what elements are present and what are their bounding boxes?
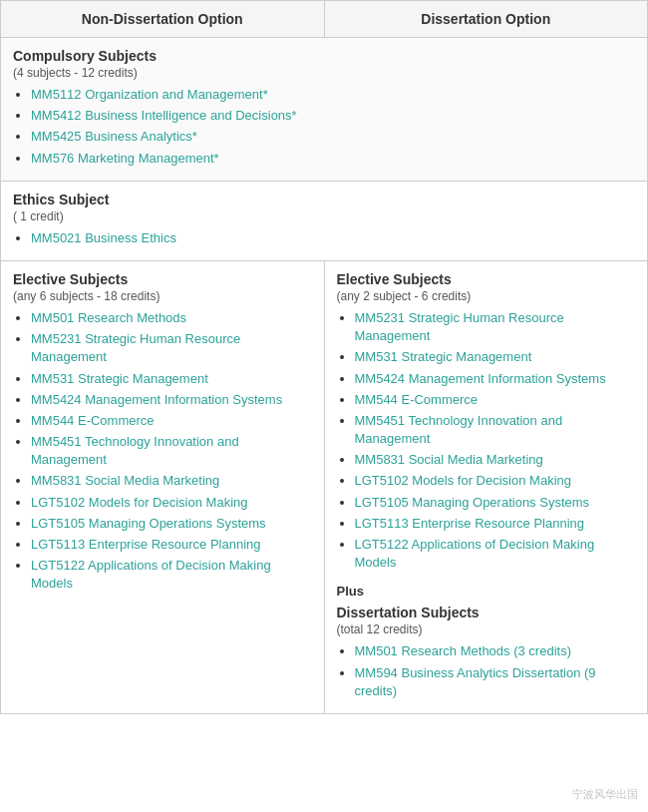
elective-right-title: Elective Subjects [337, 271, 636, 287]
elective-left-link-9[interactable]: LGT5113 Enterprise Resource Planning [31, 537, 261, 552]
list-item: MM531 Strategic Management [31, 370, 312, 388]
dissertation-title: Dissertation Subjects [337, 605, 636, 620]
elective-right-subtitle: (any 2 subject - 6 credits) [337, 289, 636, 303]
list-item: MM501 Research Methods (3 credits) [355, 642, 636, 660]
dissertation-subtitle: (total 12 credits) [337, 622, 636, 636]
elective-right-link-5[interactable]: MM5831 Social Media Marketing [355, 452, 543, 467]
compulsory-link-2[interactable]: MM5412 Business Intelligence and Decisio… [31, 108, 297, 123]
elective-left-link-1[interactable]: MM5231 Strategic Human Resource Manageme… [31, 331, 240, 364]
elective-left-title: Elective Subjects [13, 271, 312, 287]
list-item: MM5831 Social Media Marketing [355, 451, 636, 469]
elective-left-link-10[interactable]: LGT5122 Applications of Decision Making … [31, 558, 271, 591]
elective-right-link-0[interactable]: MM5231 Strategic Human Resource Manageme… [355, 310, 564, 343]
elective-right-link-3[interactable]: MM544 E-Commerce [355, 392, 479, 407]
ethics-title: Ethics Subject [13, 192, 635, 207]
compulsory-title: Compulsory Subjects [13, 48, 635, 64]
elective-left-link-3[interactable]: MM5424 Management Information Systems [31, 392, 282, 407]
elective-left-section: Elective Subjects (any 6 subjects - 18 c… [1, 260, 325, 713]
elective-right-link-7[interactable]: LGT5105 Managing Operations Systems [355, 495, 590, 510]
ethics-row: Ethics Subject ( 1 credit) MM5021 Busine… [1, 181, 648, 260]
list-item: MM5424 Management Information Systems [355, 370, 636, 388]
right-column-header: Dissertation Option [324, 1, 648, 38]
dissertation-link-1[interactable]: MM594 Business Analytics Dissertation (9… [355, 665, 596, 698]
list-item: MM544 E-Commerce [355, 391, 636, 409]
dissertation-link-0[interactable]: MM501 Research Methods (3 credits) [355, 643, 571, 658]
elective-left-subtitle: (any 6 subjects - 18 credits) [13, 289, 312, 303]
list-item: MM5412 Business Intelligence and Decisio… [31, 107, 635, 125]
elective-right-link-6[interactable]: LGT5102 Models for Decision Making [355, 473, 572, 488]
list-item: MM5831 Social Media Marketing [31, 472, 312, 490]
list-item: MM594 Business Analytics Dissertation (9… [355, 664, 636, 700]
list-item: MM5425 Business Analytics* [31, 128, 635, 146]
elective-left-link-6[interactable]: MM5831 Social Media Marketing [31, 473, 219, 488]
list-item: MM501 Research Methods [31, 309, 312, 327]
list-item: LGT5113 Enterprise Resource Planning [355, 515, 636, 533]
elective-left-link-2[interactable]: MM531 Strategic Management [31, 371, 208, 386]
ethics-subtitle: ( 1 credit) [13, 209, 635, 223]
elective-left-list: MM501 Research Methods MM5231 Strategic … [31, 309, 312, 594]
elective-right-link-2[interactable]: MM5424 Management Information Systems [355, 371, 606, 386]
elective-right-link-1[interactable]: MM531 Strategic Management [355, 349, 532, 364]
list-item: LGT5102 Models for Decision Making [355, 472, 636, 490]
list-item: MM576 Marketing Management* [31, 150, 635, 168]
list-item: MM5451 Technology Innovation and Managem… [355, 412, 636, 448]
ethics-list: MM5021 Business Ethics [31, 229, 635, 247]
compulsory-section: Compulsory Subjects (4 subjects - 12 cre… [1, 38, 648, 182]
elective-left-link-5[interactable]: MM5451 Technology Innovation and Managem… [31, 434, 239, 467]
list-item: LGT5122 Applications of Decision Making … [31, 557, 312, 593]
compulsory-row: Compulsory Subjects (4 subjects - 12 cre… [1, 38, 648, 182]
elective-left-link-0[interactable]: MM501 Research Methods [31, 310, 186, 325]
ethics-link-1[interactable]: MM5021 Business Ethics [31, 230, 176, 245]
list-item: MM5231 Strategic Human Resource Manageme… [31, 330, 312, 366]
elective-right-link-8[interactable]: LGT5113 Enterprise Resource Planning [355, 516, 585, 531]
elective-right-link-9[interactable]: LGT5122 Applications of Decision Making … [355, 537, 595, 570]
compulsory-subtitle: (4 subjects - 12 credits) [13, 66, 635, 80]
list-item: MM5112 Organization and Management* [31, 86, 635, 104]
list-item: MM544 E-Commerce [31, 412, 312, 430]
list-item: LGT5105 Managing Operations Systems [31, 515, 312, 533]
list-item: MM5424 Management Information Systems [31, 391, 312, 409]
list-item: LGT5113 Enterprise Resource Planning [31, 536, 312, 554]
compulsory-link-3[interactable]: MM5425 Business Analytics* [31, 129, 197, 144]
list-item: LGT5105 Managing Operations Systems [355, 494, 636, 512]
ethics-section: Ethics Subject ( 1 credit) MM5021 Busine… [1, 181, 648, 260]
elective-left-link-7[interactable]: LGT5102 Models for Decision Making [31, 495, 248, 510]
elective-right-link-4[interactable]: MM5451 Technology Innovation and Managem… [355, 413, 563, 446]
list-item: LGT5102 Models for Decision Making [31, 494, 312, 512]
compulsory-link-4[interactable]: MM576 Marketing Management* [31, 151, 219, 166]
list-item: MM5231 Strategic Human Resource Manageme… [355, 309, 636, 345]
compulsory-list: MM5112 Organization and Management* MM54… [31, 86, 635, 168]
list-item: MM531 Strategic Management [355, 348, 636, 366]
dissertation-list: MM501 Research Methods (3 credits) MM594… [355, 642, 636, 700]
elective-left-link-4[interactable]: MM544 E-Commerce [31, 413, 155, 428]
list-item: LGT5122 Applications of Decision Making … [355, 536, 636, 572]
elective-left-link-8[interactable]: LGT5105 Managing Operations Systems [31, 516, 266, 531]
left-column-header: Non-Dissertation Option [1, 1, 325, 38]
elective-right-list: MM5231 Strategic Human Resource Manageme… [355, 309, 636, 572]
elective-right-section: Elective Subjects (any 2 subject - 6 cre… [324, 260, 648, 713]
elective-row: Elective Subjects (any 6 subjects - 18 c… [1, 260, 648, 713]
compulsory-link-1[interactable]: MM5112 Organization and Management* [31, 87, 268, 102]
list-item: MM5021 Business Ethics [31, 229, 635, 247]
list-item: MM5451 Technology Innovation and Managem… [31, 433, 312, 469]
plus-label: Plus [337, 584, 636, 599]
